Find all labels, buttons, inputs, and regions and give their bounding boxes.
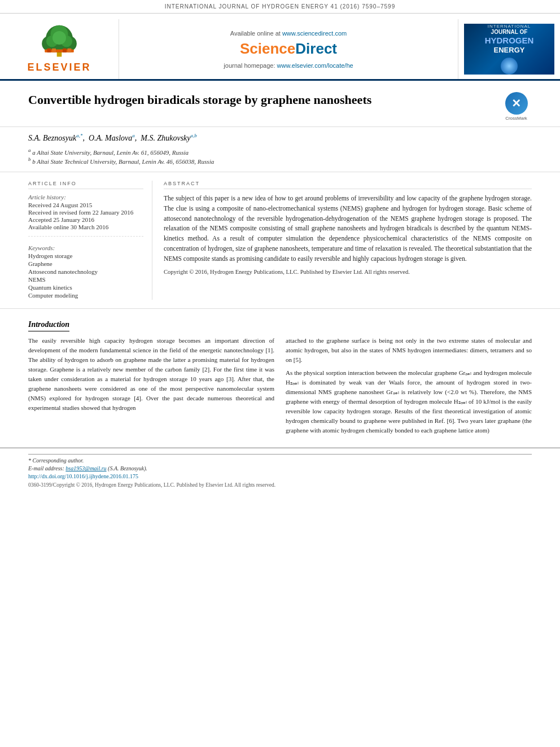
keywords-section: Keywords: Hydrogen storage Graphene Atto… bbox=[28, 236, 143, 299]
article-info-heading: ARTICLE INFO bbox=[28, 181, 143, 189]
elsevier-tree-icon bbox=[31, 24, 88, 58]
energy-text: ENERGY bbox=[485, 46, 534, 55]
keywords-label: Keywords: bbox=[28, 244, 143, 251]
abstract-section: ABSTRACT The subject of this paper is a … bbox=[164, 181, 532, 300]
svg-rect-12 bbox=[68, 49, 72, 53]
elsevier-logo bbox=[14, 19, 104, 64]
abstract-copyright: Copyright © 2016, Hydrogen Energy Public… bbox=[164, 268, 532, 277]
affiliation-1: a a Altai State University, Barnaul, Len… bbox=[28, 147, 532, 156]
email-link[interactable]: bsa1953@mail.ru bbox=[65, 465, 106, 471]
author-3: M.S. Zhukovsky bbox=[141, 134, 190, 142]
header-section: ELSEVIER Available online at www.science… bbox=[0, 14, 560, 81]
journal-cover: INTERNATIONAL JOURNAL OF HYDROGEN ENERGY bbox=[464, 24, 554, 75]
svg-rect-11 bbox=[63, 49, 67, 53]
keyword-4: NEMS bbox=[28, 276, 143, 283]
keyword-3: Attosecond nanotechnology bbox=[28, 268, 143, 275]
issn-line: 0360-3199/Copyright © 2016, Hydrogen Ene… bbox=[28, 482, 532, 488]
keyword-1: Hydrogen storage bbox=[28, 252, 143, 259]
available-online-text: Available online at www.sciencedirect.co… bbox=[230, 30, 347, 37]
title-section: Convertible hydrogen biradicals storage … bbox=[0, 81, 560, 127]
article-title: Convertible hydrogen biradicals storage … bbox=[28, 92, 501, 108]
body-section: Introduction The easily reversible high … bbox=[0, 309, 560, 448]
journal-cover-intl: INTERNATIONAL bbox=[488, 24, 531, 29]
body-text-left: The easily reversible high capacity hydr… bbox=[28, 336, 274, 413]
journal-homepage-text: journal homepage: www.elsevier.com/locat… bbox=[224, 62, 353, 69]
header-center: Available online at www.sciencedirect.co… bbox=[119, 19, 458, 79]
doi-link[interactable]: http://dx.doi.org/10.1016/j.ijhydene.201… bbox=[28, 473, 532, 479]
svg-rect-9 bbox=[47, 49, 51, 53]
journal-bar: INTERNATIONAL JOURNAL OF HYDROGEN ENERGY… bbox=[0, 0, 560, 14]
journal-homepage-link[interactable]: www.elsevier.com/locate/he bbox=[277, 62, 353, 69]
intro-title: Introduction bbox=[28, 320, 69, 331]
abstract-text: The subject of this paper is a new idea … bbox=[164, 194, 532, 277]
received-date: Received 24 August 2015 bbox=[28, 202, 143, 208]
author-1: S.A. Beznosyuk bbox=[28, 134, 76, 142]
content-section: ARTICLE INFO Article history: Received 2… bbox=[0, 172, 560, 309]
article-history-label: Article history: bbox=[28, 194, 143, 200]
svg-point-7 bbox=[53, 31, 66, 45]
keyword-5: Quantum kinetics bbox=[28, 284, 143, 291]
email-line: E-mail address: bsa1953@mail.ru (S.A. Be… bbox=[28, 465, 532, 471]
sciencedirect-logo: ScienceDirect bbox=[240, 40, 337, 58]
abstract-heading: ABSTRACT bbox=[164, 181, 532, 189]
keyword-6: Computer modeling bbox=[28, 292, 143, 299]
journal-cover-decoration bbox=[501, 58, 518, 75]
article-info: ARTICLE INFO Article history: Received 2… bbox=[28, 181, 152, 300]
crossmark-badge[interactable]: ✕ CrossMark bbox=[501, 92, 532, 121]
revised-label: Received in revised form 22 January 2016 bbox=[28, 209, 143, 216]
body-col-left: The easily reversible high capacity hydr… bbox=[28, 336, 274, 439]
svg-rect-10 bbox=[52, 49, 56, 53]
affiliation-2: b b Altai State Technical University, Ba… bbox=[28, 156, 532, 165]
accepted-date: Accepted 25 January 2016 bbox=[28, 216, 143, 223]
authors-section: S.A. Beznosyuka,*, O.A. Maslovaa, M.S. Z… bbox=[0, 127, 560, 172]
body-text-right: attached to the graphene surface is bein… bbox=[286, 336, 532, 435]
keyword-2: Graphene bbox=[28, 260, 143, 267]
body-columns: The easily reversible high capacity hydr… bbox=[28, 336, 532, 439]
body-col-right: attached to the graphene surface is bein… bbox=[286, 336, 532, 439]
author-2: O.A. Maslova bbox=[89, 134, 132, 142]
corresponding-note: * Corresponding author. bbox=[28, 457, 532, 464]
elsevier-logo-area: ELSEVIER bbox=[0, 19, 119, 79]
journal-cover-area: INTERNATIONAL JOURNAL OF HYDROGEN ENERGY bbox=[458, 19, 560, 79]
footer-section: * Corresponding author. E-mail address: … bbox=[0, 448, 560, 491]
elsevier-wordmark: ELSEVIER bbox=[27, 62, 91, 73]
hydrogen-text: HYDROGEN bbox=[485, 36, 534, 46]
crossmark-label: CrossMark bbox=[505, 116, 527, 121]
sciencedirect-url-link[interactable]: www.sciencedirect.com bbox=[282, 30, 347, 37]
authors-line: S.A. Beznosyuka,*, O.A. Maslovaa, M.S. Z… bbox=[28, 133, 532, 143]
journal-cover-title: JOURNAL OF HYDROGEN ENERGY bbox=[485, 29, 534, 55]
available-date: Available online 30 March 2016 bbox=[28, 224, 143, 230]
crossmark-icon: ✕ bbox=[505, 92, 528, 115]
